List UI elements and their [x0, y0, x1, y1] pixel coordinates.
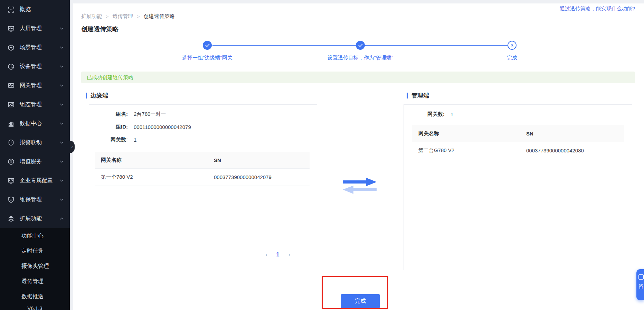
- sidebar-item-device-mgmt[interactable]: 设备管理: [0, 57, 70, 76]
- sidebar-item-extensions[interactable]: 扩展功能: [0, 209, 70, 228]
- gateway-pulse-icon: [8, 82, 15, 89]
- customer-service-widget[interactable]: 咨: [636, 269, 644, 300]
- group-name-value: 2台780一对一: [134, 111, 166, 118]
- submenu-item-label: 数据推送: [21, 293, 44, 300]
- main-content: 通过透传策略，能实现什么功能? 扩展功能 > 透传管理 > 创建透传策略 创建透…: [73, 3, 644, 310]
- manage-panel: 网关数: 1 网关名称 SN 第二台G780 V2 00037739000000…: [404, 104, 632, 270]
- column-header-sn: SN: [214, 157, 310, 163]
- submenu-item-label: 功能中心: [21, 232, 44, 239]
- edge-section-header: 边缘端: [86, 92, 108, 100]
- pagination-page-1[interactable]: 1: [272, 252, 284, 258]
- gateway-count-value: 1: [451, 111, 453, 117]
- chevron-up-icon: [60, 217, 64, 220]
- submenu-item-data-push[interactable]: 数据推送: [0, 289, 70, 304]
- chevron-down-icon: [60, 198, 64, 201]
- sidebar: 概览 大屏管理 场景管理: [0, 0, 70, 310]
- code-monitor-icon: [8, 177, 15, 184]
- column-header-gateway-name: 网关名称: [412, 130, 526, 137]
- chevron-down-icon: [60, 84, 64, 87]
- sidebar-item-label: 组态管理: [20, 101, 42, 108]
- alarm-icon: [8, 139, 15, 146]
- chevron-down-icon: [60, 122, 64, 125]
- edge-panel: 组名: 2台780一对一 组ID: 00011000000000042079 网…: [89, 104, 317, 270]
- finish-button[interactable]: 完成: [341, 294, 380, 308]
- sidebar-item-overview[interactable]: 概览: [0, 0, 70, 19]
- group-id-value: 00011000000000042079: [134, 124, 191, 130]
- breadcrumb-item[interactable]: 透传管理: [112, 13, 133, 20]
- chevron-down-icon: [60, 160, 64, 163]
- breadcrumb-current: 创建透传策略: [143, 13, 174, 20]
- field-row: 网关数: 1: [89, 133, 317, 146]
- sidebar-item-label: 企业专属配置: [20, 177, 53, 184]
- sidebar-item-value-services[interactable]: 增值服务: [0, 152, 70, 171]
- submenu-item-label: 透传管理: [21, 278, 44, 285]
- consult-doc-icon: [638, 274, 644, 280]
- passthrough-help-link[interactable]: 通过透传策略，能实现什么功能?: [560, 6, 635, 12]
- breadcrumb: 扩展功能 > 透传管理 > 创建透传策略: [81, 13, 174, 20]
- transfer-arrows-icon: [342, 177, 378, 195]
- table-header-row: 网关名称 SN: [95, 152, 310, 169]
- consult-label: 咨: [638, 283, 643, 290]
- sidebar-item-maintenance-mgmt[interactable]: 维保管理: [0, 190, 70, 209]
- table-row: 第一个780 V2 00037739000000042079: [95, 169, 310, 186]
- gateway-sn-cell: 00037739000000042079: [214, 174, 310, 180]
- cube-icon: [8, 44, 15, 51]
- yuan-circle-icon: [8, 158, 15, 165]
- sidebar-item-data-center[interactable]: 数据中心: [0, 114, 70, 133]
- chevron-down-icon: [60, 103, 64, 106]
- manage-section-title: 管理端: [411, 92, 429, 100]
- gateway-sn-cell: 00037739000000042080: [526, 148, 624, 153]
- pagination-prev-icon[interactable]: ‹: [261, 251, 272, 258]
- sidebar-item-label: 增值服务: [20, 158, 42, 165]
- sidebar-item-gateway-mgmt[interactable]: 网关管理: [0, 76, 70, 95]
- app-root: 概览 大屏管理 场景管理: [0, 0, 644, 310]
- sidebar-item-label: 扩展功能: [20, 215, 42, 222]
- breadcrumb-separator: >: [137, 14, 140, 19]
- submenu-item-function-center[interactable]: 功能中心: [0, 228, 70, 243]
- shield-icon: [8, 196, 15, 203]
- layers-icon: [8, 215, 15, 222]
- submenu-item-scheduled-tasks[interactable]: 定时任务: [0, 243, 70, 259]
- sidebar-item-enterprise-config[interactable]: 企业专属配置: [0, 171, 70, 190]
- check-icon: [205, 44, 210, 47]
- table-header-row: 网关名称 SN: [412, 125, 624, 142]
- field-row: 组ID: 00011000000000042079: [89, 121, 317, 133]
- overview-scan-icon: [8, 6, 15, 13]
- manage-section-header: 管理端: [407, 92, 429, 100]
- step-number: 3: [511, 43, 513, 48]
- step-connector: [365, 45, 508, 46]
- sidebar-item-label: 维保管理: [20, 196, 42, 203]
- manage-gateway-table: 网关名称 SN 第二台G780 V2 00037739000000042080: [412, 125, 624, 159]
- step-1-label: 选择一组"边缘端"网关: [138, 55, 276, 61]
- chevron-down-icon: [60, 141, 64, 144]
- picture-icon: [8, 101, 15, 108]
- gateway-name-cell: 第一个780 V2: [95, 174, 214, 180]
- page-title: 创建透传策略: [81, 25, 119, 33]
- column-header-sn: SN: [526, 131, 624, 137]
- submenu-item-label: 摄像头管理: [21, 263, 49, 270]
- submenu-item-camera-mgmt[interactable]: 摄像头管理: [0, 259, 70, 274]
- bar-chart-icon: [8, 120, 15, 127]
- sidebar-item-screen-mgmt[interactable]: 大屏管理: [0, 19, 70, 38]
- success-alert-message: 已成功创建透传策略: [87, 74, 133, 81]
- section-accent-bar: [407, 93, 408, 98]
- extensions-submenu: 功能中心 定时任务 摄像头管理 透传管理 数据推送 V6.1.3: [0, 228, 70, 310]
- gateway-count-value: 1: [134, 137, 136, 143]
- sidebar-item-config-mgmt[interactable]: 组态管理: [0, 95, 70, 114]
- breadcrumb-item[interactable]: 扩展功能: [81, 13, 102, 20]
- manage-fields: 网关数: 1: [404, 105, 632, 121]
- edge-fields: 组名: 2台780一对一 组ID: 00011000000000042079 网…: [89, 105, 317, 146]
- edge-section-title: 边缘端: [91, 92, 108, 100]
- pagination-next-icon[interactable]: ›: [284, 251, 294, 258]
- step-2-label: 设置透传目标，作为"管理端": [291, 55, 429, 61]
- group-name-label: 组名:: [89, 111, 128, 118]
- chevron-down-icon: [60, 46, 64, 49]
- chevron-down-icon: [60, 179, 64, 182]
- submenu-item-passthrough-mgmt[interactable]: 透传管理: [0, 274, 70, 289]
- sidebar-item-scene-mgmt[interactable]: 场景管理: [0, 38, 70, 57]
- sidebar-item-label: 概览: [20, 6, 31, 13]
- success-alert: 已成功创建透传策略: [81, 72, 635, 83]
- edge-gateway-table: 网关名称 SN 第一个780 V2 00037739000000042079: [95, 152, 310, 186]
- chevron-down-icon: [60, 27, 64, 30]
- sidebar-item-alarm-linkage[interactable]: 报警联动: [0, 133, 70, 152]
